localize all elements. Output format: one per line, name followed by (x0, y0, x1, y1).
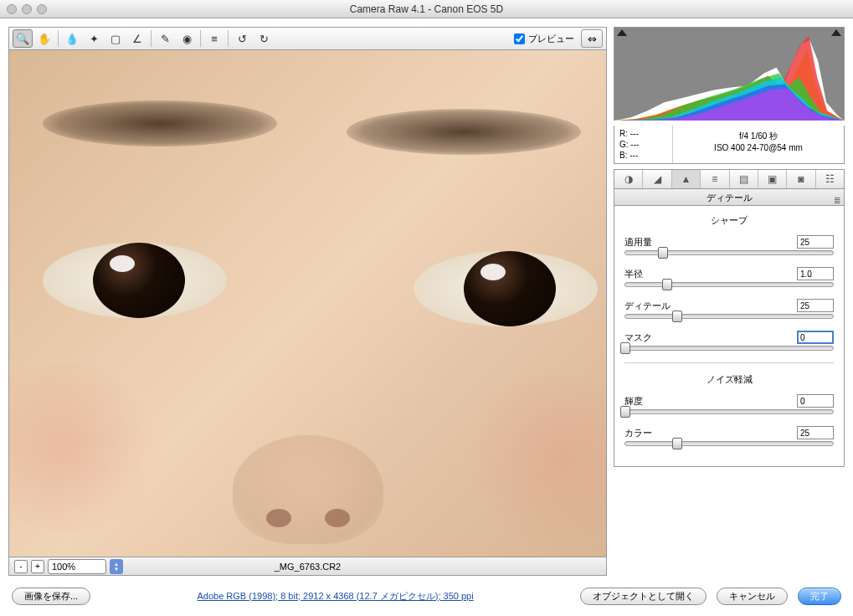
rotate-cw-icon[interactable]: ↻ (254, 29, 274, 48)
histogram[interactable] (614, 27, 845, 121)
zoom-in-button[interactable]: + (31, 560, 44, 573)
zoom-level-field[interactable] (48, 559, 106, 574)
zoom-out-button[interactable]: - (14, 560, 28, 573)
luminance-slider[interactable] (624, 409, 834, 414)
info-readout: R: --- G: --- B: --- f/4 1/60 秒 ISO 400 … (614, 126, 845, 164)
exif-line1: f/4 1/60 秒 (678, 131, 839, 142)
white-balance-tool-icon[interactable]: 💧 (62, 29, 82, 48)
panel-title: ディテール ≣ (614, 189, 845, 206)
radius-input[interactable] (797, 267, 834, 280)
footer: 画像を保存... Adobe RGB (1998); 8 bit; 2912 x… (0, 584, 853, 608)
zoom-window-button[interactable] (37, 4, 47, 14)
minimize-window-button[interactable] (22, 4, 32, 14)
redeye-tool-icon[interactable]: ◉ (177, 29, 197, 48)
panel-tabs: ◑ ◢ ▲ ≡ ▤ ▣ ◙ ☷ (614, 169, 845, 189)
tab-lens-icon[interactable]: ▣ (758, 170, 787, 188)
window-title: Camera Raw 4.1 - Canon EOS 5D (0, 3, 853, 15)
tab-split-icon[interactable]: ▤ (730, 170, 758, 188)
workflow-options-link[interactable]: Adobe RGB (1998); 8 bit; 2912 x 4368 (12… (198, 591, 474, 601)
cancel-button[interactable]: キャンセル (717, 588, 788, 605)
preview-checkbox-label: プレビュー (528, 33, 574, 45)
mask-input[interactable] (797, 331, 834, 344)
panel-flyout-icon[interactable]: ≣ (834, 192, 840, 209)
retouch-tool-icon[interactable]: ✎ (155, 29, 175, 48)
hand-tool-icon[interactable]: ✋ (34, 29, 54, 48)
zoom-tool-icon[interactable]: 🔍 (13, 29, 33, 48)
color-slider[interactable] (624, 441, 834, 446)
save-image-button[interactable]: 画像を保存... (12, 588, 90, 605)
straighten-tool-icon[interactable]: ∠ (127, 29, 147, 48)
tab-basic-icon[interactable]: ◑ (614, 170, 643, 188)
zoom-stepper-icon[interactable]: ▲▼ (110, 559, 123, 574)
image-preview[interactable] (8, 50, 607, 557)
tab-curve-icon[interactable]: ◢ (643, 170, 671, 188)
g-value: --- (630, 140, 639, 149)
titlebar: Camera Raw 4.1 - Canon EOS 5D (0, 0, 853, 18)
toolbar: 🔍 ✋ 💧 ✦ ▢ ∠ ✎ ◉ ≡ ↺ ↻ プレビュー ⇔ (8, 27, 607, 50)
preview-checkbox[interactable]: プレビュー (514, 33, 574, 45)
preview-checkbox-input[interactable] (514, 33, 525, 44)
tab-camera-icon[interactable]: ◙ (787, 170, 815, 188)
exif-line2: ISO 400 24-70@54 mm (678, 142, 839, 154)
status-bar: - + ▲▼ _MG_6763.CR2 (8, 557, 607, 576)
color-sampler-tool-icon[interactable]: ✦ (84, 29, 104, 48)
close-window-button[interactable] (7, 4, 17, 14)
tab-detail-icon[interactable]: ▲ (672, 170, 701, 188)
detail-slider[interactable] (624, 314, 834, 319)
detail-label: ディテール (624, 300, 671, 312)
color-label: カラー (624, 427, 652, 439)
tab-presets-icon[interactable]: ☷ (816, 170, 844, 188)
amount-slider[interactable] (624, 250, 834, 255)
color-input[interactable] (797, 426, 834, 439)
fullscreen-toggle-icon[interactable]: ⇔ (581, 29, 603, 48)
detail-input[interactable] (797, 299, 834, 312)
noise-section-title: ノイズ軽減 (624, 373, 834, 386)
luminance-input[interactable] (797, 394, 834, 408)
radius-slider[interactable] (624, 282, 834, 287)
b-value: --- (629, 151, 638, 160)
done-button[interactable]: 完了 (798, 588, 841, 605)
r-value: --- (630, 129, 639, 138)
mask-slider[interactable] (624, 346, 834, 351)
sharpen-section-title: シャープ (624, 214, 834, 227)
amount-input[interactable] (797, 235, 834, 249)
preferences-tool-icon[interactable]: ≡ (204, 29, 224, 48)
rotate-ccw-icon[interactable]: ↺ (232, 29, 252, 48)
open-object-button[interactable]: オブジェクトとして開く (580, 588, 707, 605)
amount-label: 適用量 (624, 236, 652, 249)
crop-tool-icon[interactable]: ▢ (105, 29, 126, 48)
radius-label: 半径 (624, 268, 643, 280)
tab-hsl-icon[interactable]: ≡ (701, 170, 729, 188)
